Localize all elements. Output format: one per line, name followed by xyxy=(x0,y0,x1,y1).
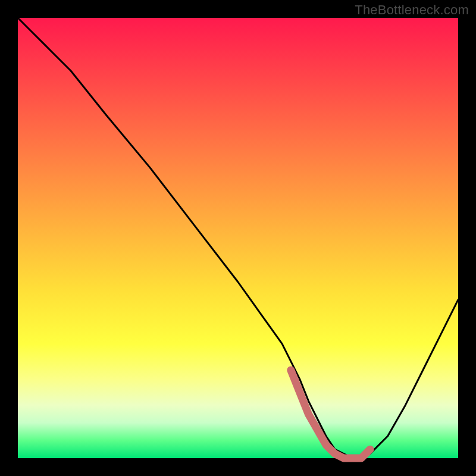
plot-gradient-area xyxy=(18,18,458,458)
chart-frame: TheBottleneck.com xyxy=(0,0,476,476)
optimal-range-highlight xyxy=(291,370,370,458)
watermark-text: TheBottleneck.com xyxy=(355,2,469,18)
bottleneck-curve xyxy=(18,18,458,458)
curve-svg xyxy=(18,18,458,458)
